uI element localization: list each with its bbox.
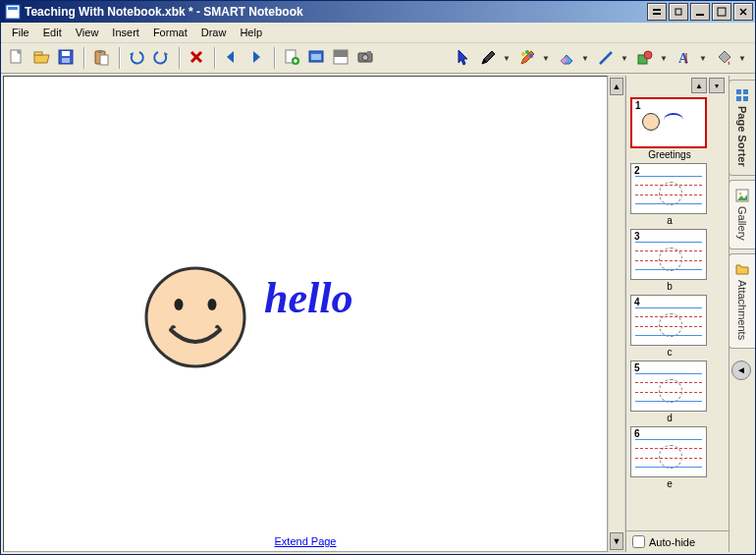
dropdown-arrow-icon[interactable]: ▼ bbox=[735, 46, 749, 70]
dropdown-arrow-icon[interactable]: ▼ bbox=[618, 46, 631, 70]
color-tool-button[interactable]: ▼ bbox=[712, 46, 749, 70]
shape-tool-button[interactable]: ▼ bbox=[633, 46, 671, 70]
svg-point-32 bbox=[529, 54, 533, 58]
page-thumbnail-label: Greetings bbox=[630, 148, 709, 161]
side-tab-label: Page Sorter bbox=[736, 106, 748, 167]
svg-rect-44 bbox=[743, 96, 748, 101]
page-thumbnail-label: b bbox=[630, 280, 709, 293]
restore-down-button[interactable] bbox=[669, 3, 688, 21]
minimize-button[interactable] bbox=[690, 3, 710, 21]
hello-ink-text[interactable]: hello bbox=[264, 273, 352, 323]
svg-rect-12 bbox=[62, 51, 70, 56]
select-tool-button[interactable] bbox=[452, 46, 475, 70]
minimize-all-button[interactable] bbox=[647, 3, 667, 21]
text-icon[interactable]: A bbox=[673, 46, 696, 70]
svg-rect-1 bbox=[8, 7, 18, 10]
delete-button[interactable] bbox=[185, 46, 208, 70]
page-thumbnail[interactable]: 5d bbox=[630, 361, 709, 424]
rainbow-pen-icon[interactable] bbox=[515, 46, 539, 70]
scrollbar-up-arrow-icon[interactable]: ▲ bbox=[610, 78, 623, 95]
svg-rect-15 bbox=[98, 50, 102, 53]
canvas-area[interactable]: hello Extend Page bbox=[3, 76, 608, 552]
menu-file[interactable]: File bbox=[5, 25, 36, 40]
next-page-button[interactable] bbox=[244, 46, 268, 70]
sorter-scroll-up-button[interactable]: ▲ bbox=[691, 78, 707, 93]
line-icon[interactable] bbox=[594, 46, 618, 70]
menu-insert[interactable]: Insert bbox=[105, 25, 146, 40]
svg-text:A: A bbox=[678, 51, 689, 66]
title-bar: Teaching With Notebook.xbk * - SMART Not… bbox=[1, 1, 755, 23]
page-thumbnail[interactable]: 6e bbox=[630, 426, 709, 490]
svg-rect-13 bbox=[62, 58, 70, 63]
next-icon bbox=[247, 48, 265, 68]
side-tab-attachments[interactable]: Attachments bbox=[729, 253, 755, 349]
dropdown-arrow-icon[interactable]: ▼ bbox=[500, 46, 513, 70]
paste-button[interactable] bbox=[89, 46, 113, 70]
new-file-button[interactable] bbox=[5, 46, 28, 70]
save-file-button[interactable] bbox=[54, 46, 78, 70]
smiley-drawing[interactable] bbox=[141, 263, 249, 373]
eraser-tool-button[interactable]: ▼ bbox=[555, 46, 592, 70]
scrollbar-track[interactable] bbox=[609, 96, 624, 531]
svg-rect-16 bbox=[100, 55, 108, 65]
canvas-vertical-scrollbar[interactable]: ▲ ▼ bbox=[608, 76, 625, 552]
side-tab-gallery[interactable]: Gallery bbox=[729, 180, 755, 250]
add-page-button[interactable] bbox=[280, 46, 303, 70]
menu-format[interactable]: Format bbox=[146, 25, 194, 40]
toolbar: ▼▼▼▼▼A▼▼ bbox=[1, 43, 755, 74]
extend-page-link[interactable]: Extend Page bbox=[275, 535, 337, 547]
creative-pen-button[interactable]: ▼ bbox=[515, 46, 553, 70]
side-tab-page-sorter[interactable]: Page Sorter bbox=[729, 80, 755, 176]
open-icon bbox=[32, 48, 50, 68]
close-button[interactable] bbox=[733, 3, 753, 21]
shape-icon[interactable] bbox=[633, 46, 657, 70]
eraser-icon[interactable] bbox=[555, 46, 578, 70]
screenshade-button[interactable] bbox=[329, 46, 352, 70]
pen-tool-button[interactable]: ▼ bbox=[476, 46, 513, 70]
prev-page-button[interactable] bbox=[220, 46, 243, 70]
dropdown-arrow-icon[interactable]: ▼ bbox=[657, 46, 671, 70]
text-tool-button[interactable]: A▼ bbox=[673, 46, 710, 70]
svg-rect-2 bbox=[653, 13, 661, 15]
bucket-icon[interactable] bbox=[712, 46, 735, 70]
svg-rect-29 bbox=[367, 51, 371, 54]
page-number: 4 bbox=[634, 297, 640, 307]
autohide-checkbox-label[interactable]: Auto-hide bbox=[632, 535, 723, 548]
toolbar-separator bbox=[119, 47, 120, 69]
svg-rect-6 bbox=[718, 8, 726, 16]
maximize-button[interactable] bbox=[712, 3, 731, 21]
sorter-options-button[interactable]: ▾ bbox=[709, 78, 725, 93]
menu-help[interactable]: Help bbox=[233, 25, 269, 40]
undo-button[interactable] bbox=[125, 46, 148, 70]
side-tab-label: Gallery bbox=[736, 206, 748, 241]
page-thumbnail[interactable]: 2a bbox=[630, 163, 709, 227]
page-thumbnail-preview: 2 bbox=[630, 163, 707, 214]
redo-button[interactable] bbox=[149, 46, 173, 70]
svg-rect-10 bbox=[34, 52, 42, 55]
menu-draw[interactable]: Draw bbox=[194, 25, 234, 40]
open-file-button[interactable] bbox=[29, 46, 53, 70]
menu-edit[interactable]: Edit bbox=[36, 25, 69, 40]
page-thumbnail[interactable]: 1Greetings bbox=[630, 97, 709, 161]
side-tab-strip: Page SorterGalleryAttachments◄ bbox=[729, 76, 753, 552]
line-tool-button[interactable]: ▼ bbox=[594, 46, 631, 70]
pen-icon[interactable] bbox=[476, 46, 500, 70]
svg-rect-5 bbox=[696, 14, 704, 16]
scrollbar-down-arrow-icon[interactable]: ▼ bbox=[610, 532, 623, 550]
page-thumbnail-preview: 3 bbox=[630, 229, 707, 280]
page-thumbnail[interactable]: 4c bbox=[630, 295, 709, 359]
collapse-sidebar-button[interactable]: ◄ bbox=[731, 361, 751, 380]
page-thumbnail[interactable]: 3b bbox=[630, 229, 709, 293]
dropdown-arrow-icon[interactable]: ▼ bbox=[696, 46, 710, 70]
dropdown-arrow-icon[interactable]: ▼ bbox=[539, 46, 553, 70]
dropdown-arrow-icon[interactable]: ▼ bbox=[578, 46, 592, 70]
page-thumbnail-label: a bbox=[630, 214, 709, 227]
capture-button[interactable] bbox=[353, 46, 377, 70]
fullscreen-button[interactable] bbox=[304, 46, 328, 70]
svg-rect-3 bbox=[653, 9, 661, 11]
folder-icon bbox=[735, 262, 749, 276]
prev-icon bbox=[223, 48, 241, 68]
delete-icon bbox=[188, 48, 205, 68]
menu-view[interactable]: View bbox=[69, 25, 106, 40]
autohide-checkbox[interactable] bbox=[632, 535, 645, 548]
